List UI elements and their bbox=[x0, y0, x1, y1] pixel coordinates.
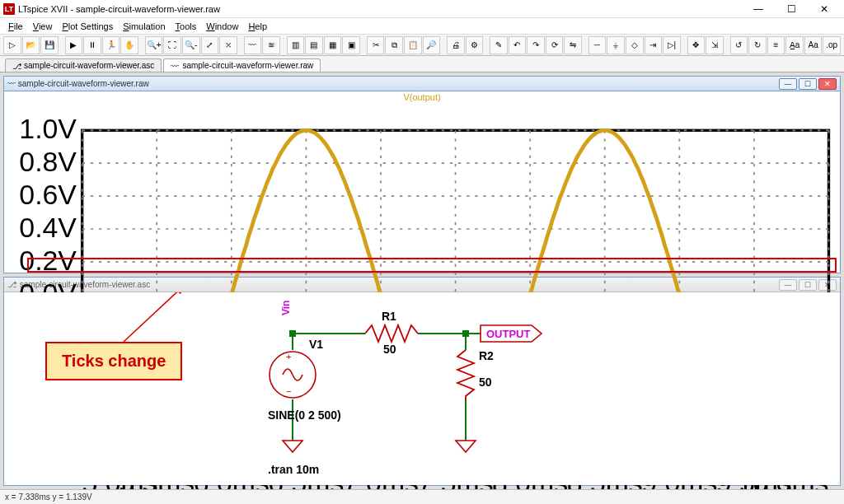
waveform-window: 〰 sample-circuit-waveform-viewer.raw — ☐… bbox=[3, 76, 841, 273]
schematic-window: ⎇ sample-circuit-waveform-viewer.asc — ☐… bbox=[3, 277, 841, 486]
aa-button[interactable]: Aa bbox=[804, 36, 823, 54]
mirror-button[interactable]: ⇋ bbox=[564, 36, 582, 54]
label-button[interactable]: ◇ bbox=[626, 36, 644, 54]
zoom-area-button[interactable]: ⛶ bbox=[163, 36, 181, 54]
diode-button[interactable]: ▷| bbox=[663, 36, 681, 54]
waveform-plot-area[interactable]: V(output) 1.0V0.8V0.6V0.4V0.2V0.0V-0.2V-… bbox=[4, 91, 840, 273]
doc-tab-label: sample-circuit-waveform-viewer.raw bbox=[182, 61, 313, 70]
wire-button[interactable]: ─ bbox=[588, 36, 607, 54]
ground-button[interactable]: ⏚ bbox=[607, 36, 625, 54]
undo-button[interactable]: ↶ bbox=[509, 36, 527, 54]
component-label-r2[interactable]: R2 bbox=[479, 349, 494, 362]
circuit-diagram[interactable]: + − bbox=[260, 301, 556, 482]
doc-tab-asc[interactable]: ⎇sample-circuit-waveform-viewer.asc bbox=[5, 58, 162, 72]
toolbar: ▷📂💾▶⏸🏃✋🔍+⛶🔍-⤢⤫〰≋▥▤▦▣✂⧉📋🔎🖨⚙✎↶↷⟳⇋─⏚◇⇥▷|✥⇲↺… bbox=[0, 35, 844, 56]
subwin-maximize-button[interactable]: ☐ bbox=[799, 78, 817, 90]
annotation-callout: Ticks change bbox=[45, 342, 182, 380]
run-button[interactable]: ▶ bbox=[65, 36, 83, 54]
menu-file[interactable]: File bbox=[3, 20, 28, 33]
svg-text:1.0V: 1.0V bbox=[19, 113, 77, 144]
svg-line-45 bbox=[124, 292, 185, 342]
stop-button[interactable]: ⏸ bbox=[83, 36, 101, 54]
tile-h-button[interactable]: ▥ bbox=[287, 36, 305, 54]
spice-directive-tran[interactable]: .tran 10m bbox=[268, 463, 319, 476]
paste-button[interactable]: 📋 bbox=[404, 36, 422, 54]
svg-rect-54 bbox=[462, 330, 469, 337]
maximize-button[interactable]: ☐ bbox=[775, 0, 808, 18]
menu-tools[interactable]: Tools bbox=[171, 20, 202, 33]
menu-simulation[interactable]: Simulation bbox=[118, 20, 170, 33]
plot-file-icon: 〰 bbox=[7, 79, 16, 88]
zoom-in-button[interactable]: 🔍+ bbox=[145, 36, 163, 54]
subwin-minimize-button[interactable]: — bbox=[779, 78, 797, 90]
schematic-canvas[interactable]: Ticks change bbox=[4, 292, 840, 485]
open-button[interactable]: 📂 bbox=[22, 36, 40, 54]
print-button[interactable]: 🖨 bbox=[447, 36, 465, 54]
titlebar: LT LTspice XVII - sample-circuit-wavefor… bbox=[0, 0, 844, 18]
value-label-r2[interactable]: 50 bbox=[479, 376, 492, 389]
move-button[interactable]: ✥ bbox=[687, 36, 706, 54]
window-controls: — ☐ ✕ bbox=[742, 0, 841, 18]
hand-button[interactable]: ✋ bbox=[120, 36, 138, 54]
doc-tab-label: sample-circuit-waveform-viewer.asc bbox=[24, 61, 154, 70]
save-button[interactable]: 💾 bbox=[40, 36, 59, 54]
find-button[interactable]: 🔎 bbox=[423, 36, 441, 54]
plot2-button[interactable]: ≋ bbox=[262, 36, 280, 54]
copy-button[interactable]: ⧉ bbox=[385, 36, 403, 54]
new-button[interactable]: ▷ bbox=[3, 36, 21, 54]
draw-button[interactable]: ✎ bbox=[490, 36, 508, 54]
plot1-button[interactable]: 〰 bbox=[244, 36, 262, 54]
panes: 〰 sample-circuit-waveform-viewer.raw — ☐… bbox=[0, 72, 844, 489]
net-label-vin[interactable]: Vin bbox=[280, 301, 292, 315]
tile-arrange-button[interactable]: ▣ bbox=[342, 36, 360, 54]
doc-tab-raw[interactable]: 〰sample-circuit-waveform-viewer.raw bbox=[163, 58, 321, 72]
waveform-titlebar: 〰 sample-circuit-waveform-viewer.raw — ☐… bbox=[4, 77, 840, 91]
text-button[interactable]: A̲a bbox=[785, 36, 804, 54]
menu-view[interactable]: View bbox=[28, 20, 58, 33]
menu-plot-settings[interactable]: Plot Settings bbox=[57, 20, 118, 33]
plot-file-icon: 〰 bbox=[171, 62, 179, 70]
app-window: LT LTspice XVII - sample-circuit-wavefor… bbox=[0, 0, 844, 504]
svg-text:0.8V: 0.8V bbox=[19, 146, 77, 177]
autoscale-button[interactable]: ⤫ bbox=[219, 36, 237, 54]
zoom-out-button[interactable]: 🔍- bbox=[182, 36, 200, 54]
op-button[interactable]: .op bbox=[823, 36, 841, 54]
minimize-button[interactable]: — bbox=[742, 0, 775, 18]
redo-button[interactable]: ↷ bbox=[527, 36, 545, 54]
eq-button[interactable]: ≡ bbox=[767, 36, 785, 54]
app-icon: LT bbox=[3, 3, 15, 15]
svg-text:−: − bbox=[286, 386, 291, 396]
svg-rect-53 bbox=[289, 330, 296, 337]
statusbar: x = 7.338ms y = 1.139V bbox=[0, 489, 844, 504]
schematic-file-icon: ⎇ bbox=[12, 62, 21, 70]
cut-button[interactable]: ✂ bbox=[367, 36, 385, 54]
close-button[interactable]: ✕ bbox=[808, 0, 841, 18]
component-label-r1[interactable]: R1 bbox=[382, 310, 396, 323]
status-coords: x = 7.338ms y = 1.139V bbox=[5, 492, 92, 502]
window-title: LTspice XVII - sample-circuit-waveform-v… bbox=[18, 4, 742, 14]
svg-text:+: + bbox=[286, 352, 291, 362]
net-button[interactable]: ⇥ bbox=[645, 36, 663, 54]
rotate-button[interactable]: ⟳ bbox=[546, 36, 564, 54]
source-params[interactable]: SINE(0 2 500) bbox=[268, 408, 341, 422]
x-axis-highlight-box bbox=[27, 258, 837, 273]
svg-text:0.4V: 0.4V bbox=[19, 212, 77, 243]
tile-cascade-button[interactable]: ▦ bbox=[324, 36, 342, 54]
setup-button[interactable]: ⚙ bbox=[466, 36, 484, 54]
svg-text:0.6V: 0.6V bbox=[19, 179, 77, 210]
runner-button[interactable]: 🏃 bbox=[102, 36, 120, 54]
component-label-v1[interactable]: V1 bbox=[309, 338, 323, 351]
menubar: FileViewPlot SettingsSimulationToolsWind… bbox=[0, 18, 844, 35]
tile-v-button[interactable]: ▤ bbox=[305, 36, 323, 54]
value-label-r1[interactable]: 50 bbox=[383, 343, 396, 356]
drag-button[interactable]: ⇲ bbox=[706, 36, 724, 54]
subwin-close-button[interactable]: ✕ bbox=[818, 78, 837, 90]
net-label-output[interactable]: OUTPUT bbox=[486, 328, 531, 340]
arc-l-button[interactable]: ↺ bbox=[730, 36, 748, 54]
document-tabs: ⎇sample-circuit-waveform-viewer.asc〰samp… bbox=[0, 56, 844, 72]
zoom-reset-button[interactable]: ⤢ bbox=[201, 36, 219, 54]
arc-r-button[interactable]: ↻ bbox=[748, 36, 767, 54]
menu-help[interactable]: Help bbox=[243, 20, 272, 33]
menu-window[interactable]: Window bbox=[201, 20, 243, 33]
waveform-title-text: sample-circuit-waveform-viewer.raw bbox=[18, 79, 149, 88]
